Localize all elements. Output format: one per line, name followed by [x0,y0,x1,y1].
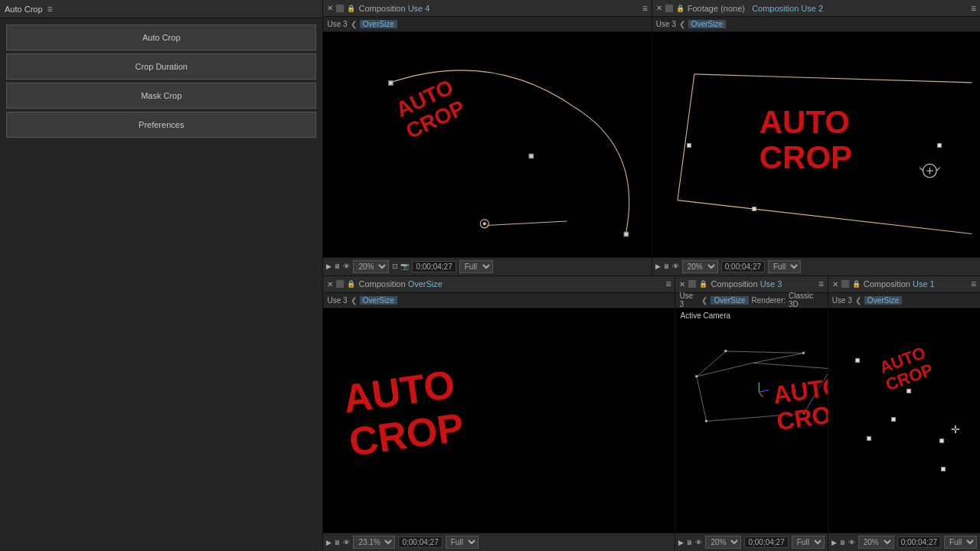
svg-line-15 [727,350,805,353]
breadcrumb-use2: Use 3 ❮ OverSize [652,17,980,32]
renderer-value-use3: Classic 3D [789,292,824,308]
preferences-button[interactable]: Preferences [6,112,316,138]
active-camera-label: Active Camera [680,311,730,320]
toolbar-use3: ▶ 🖥 👁 20% 0;00;04;27 Full [675,533,827,551]
toolbar-icons-use2: ▶ 🖥 👁 [655,262,679,270]
fit-icon-use4[interactable]: ⊡ [392,262,398,270]
move-icon-use1: ✛ [951,423,960,435]
square-icon-oversize [336,280,344,288]
monitor-icon-use4[interactable]: 🖥 [334,262,341,270]
quality-select-use1[interactable]: Full [944,536,977,549]
breadcrumb-current-use3[interactable]: OverSize [710,296,748,305]
menu-icon-use4[interactable]: ≡ [642,3,648,14]
time-display-oversize: 0;00;04;27 [398,536,442,548]
square-icon-use4 [336,5,344,12]
comp-header-use1: ✕ 🔒 Composition Use 1 ≡ [828,276,980,293]
toolbar-oversize: ▶ 🖥 👁 23.1% 0;00;04;27 Full [323,533,675,551]
close-icon-use3[interactable]: ✕ [679,280,685,289]
select-dot-3 [752,207,756,211]
monitor-icon-oversize[interactable]: 🖥 [334,539,341,546]
comp-header-use4: ✕ 🔒 Composition Use 4 ≡ [323,0,651,17]
zoom-select-use1[interactable]: 20% [858,536,894,549]
chevron-use2: ❮ [679,20,685,28]
breadcrumb-parent-use2: Use 3 [656,20,676,28]
svg-line-12 [920,168,923,171]
lock-icon-use4[interactable]: 🔒 [347,5,355,12]
preview-icon-use3[interactable]: ▶ [678,539,684,546]
toolbar-more-icons-use4: ⊡ 📷 [392,262,409,270]
time-display-use3: 0;00;04;27 [744,536,788,548]
comp-header-oversize: ✕ 🔒 Composition OverSize ≡ [323,276,675,293]
stereo-icon-use3[interactable]: 👁 [695,539,702,546]
preview-icon-use2[interactable]: ▶ [655,262,661,270]
comp-title-use1: Composition Use 1 [864,279,935,289]
breadcrumb-parent-oversize: Use 3 [327,296,347,305]
monitor-icon-use2[interactable]: 🖥 [663,262,670,270]
sel-2 [906,389,911,393]
viewport-use2[interactable]: AUTOCROP [652,32,980,257]
preview-icon-use1[interactable]: ▶ [831,539,837,546]
auto-crop-button[interactable]: Auto Crop [6,24,316,51]
viewport-use3[interactable]: Active Camera [675,308,827,533]
plugin-buttons-container: Auto Crop Crop Duration Mask Crop Prefer… [0,18,322,144]
svg-rect-2 [530,154,534,158]
lock-icon-use2[interactable]: 🔒 [676,5,684,12]
monitor-icon-use1[interactable]: 🖥 [839,539,846,546]
crop-duration-button[interactable]: Crop Duration [6,54,316,80]
close-icon-use2[interactable]: ✕ [656,4,662,12]
zoom-select-use2[interactable]: 20% [682,260,718,273]
zoom-select-use3[interactable]: 20% [705,536,741,549]
time-display-use4: 0;00;04;27 [412,261,456,272]
mask-crop-button[interactable]: Mask Crop [6,83,316,109]
chevron-use1: ❮ [855,296,861,305]
stereo-icon-use4[interactable]: 👁 [343,262,350,270]
sel-6 [939,439,944,443]
breadcrumb-current-use2[interactable]: OverSize [688,20,726,28]
breadcrumb-parent-use3: Use 3 [679,292,698,308]
menu-icon-oversize[interactable]: ≡ [665,279,671,289]
breadcrumb-current-use4[interactable]: OverSize [360,20,397,28]
zoom-select-oversize[interactable]: 23.1% [353,536,395,549]
monitor-icon-use3[interactable]: 🖥 [686,539,693,546]
comp-panel-use1: ✕ 🔒 Composition Use 1 ≡ Use 3 ❮ OverSize [828,276,980,552]
stereo-icon-use1[interactable]: 👁 [848,539,855,546]
svg-line-8 [678,201,972,234]
breadcrumb-current-oversize[interactable]: OverSize [360,296,397,305]
breadcrumb-current-use1[interactable]: OverSize [864,296,902,305]
lock-icon-use3[interactable]: 🔒 [699,280,707,288]
close-icon-oversize[interactable]: ✕ [327,280,333,289]
comp-header-use3: ✕ 🔒 Composition Use 3 ≡ [675,276,827,293]
square-icon-use2 [665,5,673,12]
menu-icon-use3[interactable]: ≡ [818,279,824,289]
preview-icon-oversize[interactable]: ▶ [326,539,332,546]
comp-title-use3: Composition Use 3 [710,279,782,289]
viewport-use1[interactable]: ✛ AUTOCROP [828,308,980,533]
zoom-select-use4[interactable]: 20%25%50% [353,260,389,273]
breadcrumb-oversize: Use 3 ❮ OverSize [323,293,675,308]
breadcrumb-parent-use1: Use 3 [832,296,852,305]
preview-icon-use4[interactable]: ▶ [326,262,332,270]
close-icon-use1[interactable]: ✕ [832,280,838,289]
panel-menu-icon[interactable]: ≡ [47,4,53,15]
svg-line-26 [760,392,763,397]
menu-icon-use1[interactable]: ≡ [971,279,976,289]
quality-select-use3[interactable]: Full [792,536,825,549]
svg-line-16 [697,350,726,376]
quality-select-oversize[interactable]: Full [446,536,479,549]
comp-title-use2: Footage (none) Composition Use 2 [688,4,823,13]
snapshot-icon-use4[interactable]: 📷 [400,262,409,270]
comp-panel-use2: ✕ 🔒 Footage (none) Composition Use 2 ≡ U… [652,0,980,276]
close-icon-use4[interactable]: ✕ [327,4,333,12]
menu-icon-use2[interactable]: ≡ [971,3,976,14]
viewport-oversize[interactable]: AUTOCROP [323,308,675,533]
stereo-icon-use2[interactable]: 👁 [672,262,679,270]
time-display-use2: 0;00;04;27 [721,261,765,272]
quality-select-use2[interactable]: Full [768,260,801,273]
quality-select-use4[interactable]: FullHalf [459,260,493,273]
left-panel-header: Auto Crop ≡ [0,0,322,18]
lock-icon-use1[interactable]: 🔒 [852,280,861,288]
stereo-icon-oversize[interactable]: 👁 [343,539,350,546]
viewport-use4[interactable]: AUTOCROP [323,32,651,257]
breadcrumb-parent-use4: Use 3 [327,20,347,28]
lock-icon-oversize[interactable]: 🔒 [347,280,355,288]
